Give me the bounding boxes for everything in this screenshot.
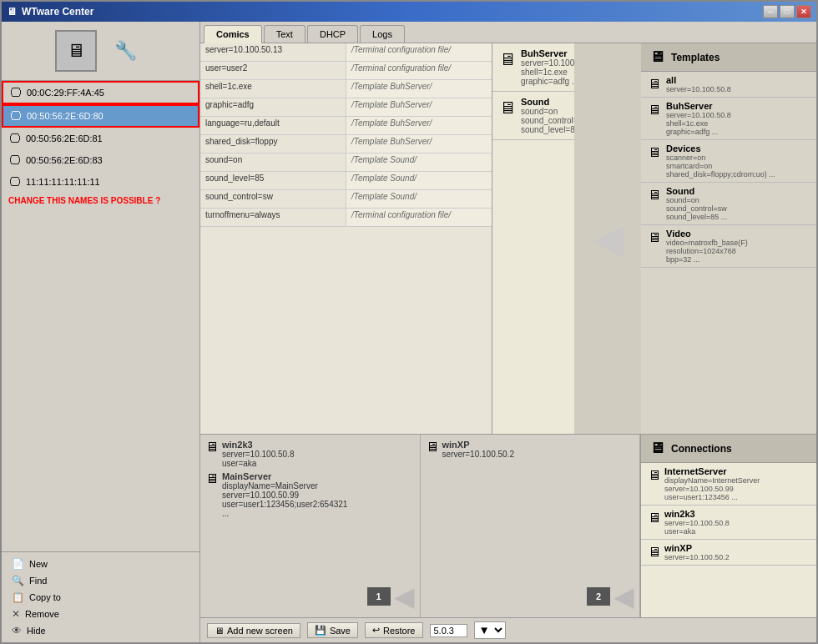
three-panels: server=10.100.50.13 /Terminal configurat…: [200, 43, 816, 434]
server-detail1: sound=on: [521, 107, 574, 116]
connection-detail3: user=user1:123456 ...: [664, 493, 760, 501]
connection-item-internetserver[interactable]: 🖥 InternetServer displayName=InternetSer…: [641, 463, 816, 506]
config-key: sound_control=sw: [200, 190, 346, 208]
screen1-win2k3: 🖥 win2k3 server=10.100.50.8 user=aka: [205, 440, 415, 468]
template-icon: 🖥: [648, 230, 661, 245]
copy-icon: 📋: [12, 591, 24, 603]
sidebar-actions: 📄 New 🔍 Find 📋 Copy to ✕ Remove 👁: [2, 551, 199, 642]
sidebar-item-mac2[interactable]: 🖵 00:50:56:2E:6D:80: [2, 104, 199, 128]
config-key: shared_disk=floppy: [200, 135, 346, 153]
screen-panel-2: 🖥 winXP server=10.100.50.2 2 ◀: [421, 435, 641, 617]
sidebar-item-label: 00:50:56:2E:6D:80: [27, 111, 104, 121]
save-label: Save: [330, 626, 351, 636]
config-row: server=10.100.50.13 /Terminal configurat…: [200, 43, 492, 62]
screen2-controls: 2 ◀: [426, 581, 635, 612]
sidebar-item-mac5[interactable]: 🖵 11:11:11:11:11:11: [2, 171, 199, 193]
connection-icon: 🖥: [426, 440, 439, 455]
connections-list: 🖥 InternetServer displayName=InternetSer…: [641, 463, 816, 566]
template-icon: 🖥: [648, 145, 661, 160]
hide-icon: 👁: [12, 625, 22, 636]
template-detail1: server=10.100.50.8: [666, 111, 731, 119]
server-detail2: shell=1c.exe: [521, 68, 574, 77]
config-key: user=user2: [200, 62, 346, 79]
restore-icon: ↩: [372, 625, 380, 636]
screen-info: MainServer displayName=MainServer server…: [222, 471, 347, 518]
new-icon: 📄: [12, 558, 24, 570]
copy-action[interactable]: 📋 Copy to: [2, 589, 199, 606]
connection-name: win2k3: [664, 509, 730, 519]
template-item-all[interactable]: 🖥 all server=10.100.50.8: [641, 72, 816, 98]
template-icon: 🖥: [648, 103, 661, 118]
remove-label: Remove: [25, 609, 59, 619]
template-detail2: shell=1c.exe: [666, 119, 731, 128]
new-action[interactable]: 📄 New: [2, 556, 199, 572]
config-panel: server=10.100.50.13 /Terminal configurat…: [200, 43, 492, 434]
connection-item-winxp[interactable]: 🖥 winXP server=10.100.50.2: [641, 540, 816, 566]
config-row: sound_control=sw /Template Sound/: [200, 190, 492, 209]
screen-number-2: 2: [587, 587, 610, 606]
add-screen-icon: 🖥: [215, 626, 224, 636]
template-item-devices[interactable]: 🖥 Devices scanner=on smartcard=on shared…: [641, 140, 816, 183]
title-bar-controls: ─ □ ✕: [763, 5, 811, 18]
template-info: Sound sound=on sound_control=sw sound_le…: [666, 186, 727, 221]
add-screen-label: Add new screen: [227, 626, 293, 636]
server-item-buhserver[interactable]: 🖥 BuhServer server=10.100.50.8 shell=1c.…: [492, 43, 574, 92]
version-input[interactable]: [430, 624, 467, 637]
sidebar-item-mac4[interactable]: 🖵 00:50:56:2E:6D:83: [2, 149, 199, 171]
server-detail2: sound_control=sw: [521, 116, 574, 125]
find-label: Find: [29, 576, 47, 586]
template-item-buhserver[interactable]: 🖥 BuhServer server=10.100.50.8 shell=1c.…: [641, 98, 816, 140]
tab-text[interactable]: Text: [264, 25, 305, 43]
config-row: sound_level=85 /Template Sound/: [200, 172, 492, 190]
tab-dhcp[interactable]: DHCP: [307, 25, 358, 43]
screen-item-detail1: server=10.100.50.8: [222, 450, 294, 459]
arrow-icon: ◀: [592, 218, 624, 259]
tab-comics[interactable]: Comics: [204, 25, 262, 43]
config-row: graphic=adfg /Template BuhServer/: [200, 98, 492, 117]
tab-logs[interactable]: Logs: [360, 25, 405, 43]
terminal-icon: 🖵: [10, 109, 22, 123]
connections-header: 🖥 Connections: [641, 435, 816, 463]
app-title: WTware Center: [22, 6, 93, 18]
sidebar: 🖥 🔧 🖵 00:0C:29:FF:4A:45 🖵 00:50:56:2E:6D…: [2, 22, 200, 642]
main-layout: 🖥 🔧 🖵 00:0C:29:FF:4A:45 🖵 00:50:56:2E:6D…: [2, 22, 816, 642]
find-action[interactable]: 🔍 Find: [2, 572, 199, 589]
minimize-button[interactable]: ─: [763, 5, 778, 18]
close-button[interactable]: ✕: [796, 5, 811, 18]
restore-button[interactable]: ↩ Restore: [365, 622, 423, 638]
server-name: Sound: [521, 97, 574, 107]
template-name: BuhServer: [666, 101, 731, 111]
config-val: /Terminal configuration file/: [346, 43, 492, 61]
config-row: language=ru,default /Template BuhServer/: [200, 117, 492, 135]
template-detail1: video=matroxfb_base(F): [666, 239, 748, 247]
hide-action[interactable]: 👁 Hide: [2, 622, 199, 639]
config-key: sound_level=85: [200, 172, 346, 189]
config-row: user=user2 /Terminal configuration file/: [200, 62, 492, 80]
template-name: Devices: [666, 143, 775, 153]
config-row: turnoffmenu=always /Terminal configurati…: [200, 209, 492, 227]
add-screen-button[interactable]: 🖥 Add new screen: [207, 623, 300, 638]
template-detail2: sound_control=sw: [666, 204, 727, 213]
template-item-sound[interactable]: 🖥 Sound sound=on sound_control=sw sound_…: [641, 183, 816, 225]
content-area: Comics Text DHCP Logs server=10.100.50.1…: [200, 22, 816, 642]
version-dropdown[interactable]: ▼: [474, 621, 506, 639]
maximize-button[interactable]: □: [780, 5, 795, 18]
template-detail: server=10.100.50.8: [666, 85, 731, 93]
sidebar-item-mac1[interactable]: 🖵 00:0C:29:FF:4A:45: [2, 81, 199, 104]
remove-action[interactable]: ✕ Remove: [2, 606, 199, 622]
sidebar-item-label: 00:50:56:2E:6D:83: [26, 155, 103, 165]
config-row: sound=on /Template Sound/: [200, 153, 492, 172]
config-val: /Template Sound/: [346, 172, 492, 189]
config-val: /Template BuhServer/: [346, 80, 492, 98]
server-item-sound[interactable]: 🖥 Sound sound=on sound_control=sw sound_…: [492, 92, 574, 140]
terminal-icon: 🖵: [10, 86, 22, 99]
config-val: /Terminal configuration file/: [346, 62, 492, 79]
template-item-video[interactable]: 🖥 Video video=matroxfb_base(F) resolutio…: [641, 225, 816, 268]
screen-panel-1: 🖥 win2k3 server=10.100.50.8 user=aka 🖥 M…: [200, 435, 421, 617]
save-button[interactable]: 💾 Save: [307, 622, 358, 638]
sidebar-item-mac3[interactable]: 🖵 00:50:56:2E:6D:81: [2, 128, 199, 149]
servers-arrow-area: ◀: [574, 43, 641, 434]
tabs: Comics Text DHCP Logs: [200, 22, 816, 43]
connection-item-win2k3[interactable]: 🖥 win2k3 server=10.100.50.8 user=aka: [641, 506, 816, 540]
template-detail1: scanner=on: [666, 153, 775, 162]
